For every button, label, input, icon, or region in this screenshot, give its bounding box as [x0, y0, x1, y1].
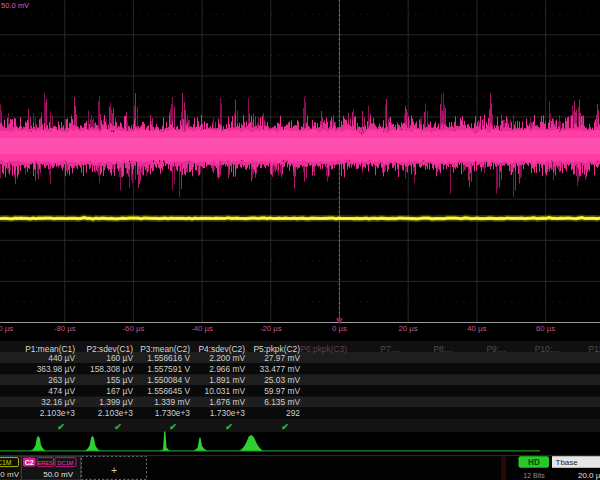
- svg-text:500 mV: 500 mV: [0, 470, 20, 479]
- svg-text:P11:...: P11:...: [588, 344, 600, 354]
- svg-text:27.97 mV: 27.97 mV: [264, 353, 300, 363]
- svg-text:0 µs: 0 µs: [332, 324, 347, 333]
- svg-text:10.031 mV: 10.031 mV: [204, 386, 245, 396]
- svg-text:Tbase: Tbase: [556, 458, 579, 467]
- svg-text:33.477 mV: 33.477 mV: [259, 364, 300, 374]
- svg-text:1.730e+3: 1.730e+3: [155, 408, 191, 418]
- svg-text:59.97 mV: 59.97 mV: [264, 386, 300, 396]
- svg-text:C2: C2: [25, 459, 34, 466]
- svg-text:60 µs: 60 µs: [536, 324, 555, 333]
- svg-text:158.308 µV: 158.308 µV: [90, 364, 133, 374]
- svg-text:20 µs: 20 µs: [398, 324, 417, 333]
- svg-text:✔: ✔: [281, 422, 289, 432]
- svg-text:1.557591 V: 1.557591 V: [147, 364, 190, 374]
- svg-text:DC1M: DC1M: [58, 460, 74, 466]
- svg-text:363.98 µV: 363.98 µV: [37, 364, 76, 374]
- svg-text:✔: ✔: [225, 422, 233, 432]
- svg-text:1.556645 V: 1.556645 V: [147, 386, 190, 396]
- svg-text:12 Bits: 12 Bits: [523, 472, 545, 479]
- svg-text:+: +: [111, 464, 117, 476]
- svg-text:P7:...: P7:...: [380, 344, 400, 354]
- svg-text:474 µV: 474 µV: [48, 386, 75, 396]
- svg-text:2.966 mV: 2.966 mV: [209, 364, 245, 374]
- svg-text:-60 µs: -60 µs: [122, 324, 144, 333]
- svg-text:✔: ✔: [57, 422, 65, 432]
- svg-text:✔: ✔: [169, 422, 177, 432]
- svg-text:1.676 mV: 1.676 mV: [209, 397, 245, 407]
- svg-text:160 µV: 160 µV: [106, 353, 133, 363]
- svg-text:25.03 mV: 25.03 mV: [264, 375, 300, 385]
- svg-text:P10:...: P10:...: [535, 344, 559, 354]
- svg-text:-80 µs: -80 µs: [54, 324, 76, 333]
- svg-text:P9:...: P9:...: [486, 344, 506, 354]
- svg-text:6.135 mV: 6.135 mV: [264, 397, 300, 407]
- svg-text:32.16 µV: 32.16 µV: [41, 397, 75, 407]
- svg-text:2.103e+3: 2.103e+3: [98, 408, 134, 418]
- svg-text:1.339 mV: 1.339 mV: [154, 397, 190, 407]
- svg-text:263 µV: 263 µV: [48, 375, 75, 385]
- svg-text:ERES: ERES: [38, 460, 54, 466]
- svg-text:P6:pkpk(C3): P6:pkpk(C3): [300, 344, 347, 354]
- svg-text:1.550084 V: 1.550084 V: [147, 375, 190, 385]
- svg-text:-100 µs: -100 µs: [0, 324, 13, 333]
- svg-text:40 µs: 40 µs: [467, 324, 486, 333]
- svg-text:P8:...: P8:...: [433, 344, 453, 354]
- svg-text:✔: ✔: [114, 422, 122, 432]
- svg-text:2.200 mV: 2.200 mV: [209, 353, 245, 363]
- svg-text:HD: HD: [528, 458, 540, 467]
- svg-text:292: 292: [286, 408, 300, 418]
- svg-text:155 µV: 155 µV: [106, 375, 133, 385]
- svg-text:1.730e+3: 1.730e+3: [210, 408, 246, 418]
- svg-text:1.891 mV: 1.891 mV: [209, 375, 245, 385]
- svg-text:167 µV: 167 µV: [106, 386, 133, 396]
- svg-text:1.556616 V: 1.556616 V: [147, 353, 190, 363]
- svg-text:50.0 mV: 50.0 mV: [43, 470, 73, 479]
- svg-text:-40 µs: -40 µs: [191, 324, 213, 333]
- svg-text:2.103e+3: 2.103e+3: [40, 408, 76, 418]
- svg-text:50.0 mV: 50.0 mV: [1, 1, 29, 10]
- svg-text:20.0 µs: 20.0 µs: [578, 471, 600, 480]
- svg-text:1.399 µV: 1.399 µV: [99, 397, 133, 407]
- svg-text:-20 µs: -20 µs: [260, 324, 282, 333]
- svg-text:440 µV: 440 µV: [48, 353, 75, 363]
- svg-text:C1M: C1M: [0, 459, 12, 466]
